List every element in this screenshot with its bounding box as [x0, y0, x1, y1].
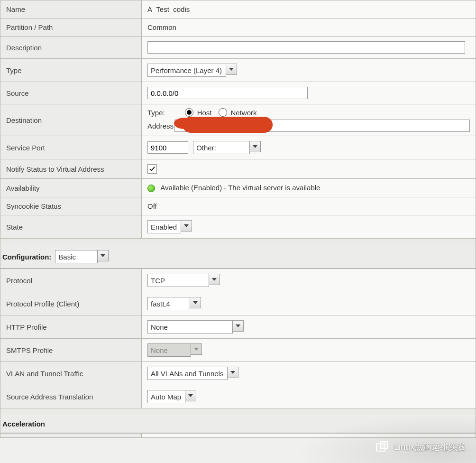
- state-select-value: Enabled: [147, 220, 181, 233]
- state-label: State: [0, 215, 142, 239]
- state-select[interactable]: Enabled: [147, 220, 192, 233]
- vlan-select[interactable]: All VLANs and Tunnels: [147, 367, 238, 380]
- dest-type-network-label: Network: [231, 109, 257, 117]
- table-row: Name A_Test_codis: [0, 0, 476, 19]
- table-row: Service Port Other:: [0, 136, 476, 159]
- service-port-select-value: Other:: [193, 141, 250, 154]
- dest-address-label: Address: [147, 122, 174, 130]
- table-row: HTTP Profile None: [0, 315, 476, 339]
- notify-checkbox[interactable]: [147, 164, 157, 174]
- table-row: Syncookie Status Off: [0, 197, 476, 215]
- syncookie-label: Syncookie Status: [0, 197, 142, 215]
- smtps-profile-label: SMTPS Profile: [0, 339, 142, 362]
- chevron-down-icon[interactable]: [181, 220, 192, 232]
- configuration-table: Protocol TCP Protocol Profile (Client) f…: [0, 269, 476, 408]
- source-label: Source: [0, 82, 142, 104]
- chevron-down-icon[interactable]: [227, 367, 238, 378]
- type-select-value: Performance (Layer 4): [147, 64, 226, 77]
- vlan-label: VLAN and Tunnel Traffic: [0, 362, 142, 385]
- protocol-label: Protocol: [0, 269, 142, 292]
- description-label: Description: [0, 37, 142, 59]
- acceleration-section-header: Acceleration: [0, 415, 476, 433]
- type-label: Type: [0, 59, 142, 82]
- smtps-profile-select-value: None: [147, 343, 191, 357]
- dest-type-label: Type:: [147, 109, 165, 117]
- chevron-down-icon[interactable]: [232, 320, 244, 332]
- table-row: Protocol TCP: [0, 269, 476, 292]
- table-row: VLAN and Tunnel Traffic All VLANs and Tu…: [0, 362, 476, 385]
- snat-label: Source Address Translation: [0, 385, 142, 408]
- configuration-select[interactable]: Basic: [55, 250, 109, 263]
- table-row: Protocol Profile (Client) fastL4: [0, 292, 476, 315]
- type-select[interactable]: Performance (Layer 4): [147, 64, 237, 77]
- table-row: Partition / Path Common: [0, 19, 476, 37]
- chevron-down-icon[interactable]: [185, 390, 196, 401]
- http-profile-label: HTTP Profile: [0, 315, 142, 339]
- chevron-down-icon[interactable]: [97, 250, 109, 261]
- chevron-down-icon[interactable]: [209, 274, 220, 285]
- chevron-down-icon[interactable]: [190, 297, 201, 308]
- section-spacer: [0, 239, 476, 245]
- snat-select[interactable]: Auto Map: [147, 390, 196, 403]
- table-row: Type Performance (Layer 4): [0, 59, 476, 82]
- smtps-profile-select: None: [147, 343, 202, 357]
- service-port-input[interactable]: [147, 141, 188, 154]
- protocol-profile-label: Protocol Profile (Client): [0, 292, 142, 315]
- partition-value: Common: [142, 19, 476, 37]
- dest-type-host-label: Host: [197, 109, 212, 117]
- table-row: Description: [0, 37, 476, 59]
- configuration-section-header: Configuration: Basic: [0, 245, 476, 269]
- protocol-select-value: TCP: [147, 274, 209, 287]
- partial-row-value: [142, 434, 476, 438]
- availability-value: Available (Enabled) - The virtual server…: [160, 184, 320, 192]
- general-properties-table: Name A_Test_codis Partition / Path Commo…: [0, 0, 476, 239]
- dest-type-network-radio[interactable]: [219, 108, 227, 117]
- name-value: A_Test_codis: [142, 0, 476, 19]
- table-row: [0, 434, 476, 438]
- partial-row-label: [0, 434, 142, 438]
- chevron-down-icon: [191, 343, 202, 355]
- acceleration-title: Acceleration: [2, 420, 45, 428]
- service-port-label: Service Port: [0, 136, 142, 159]
- notify-label: Notify Status to Virtual Address: [0, 159, 142, 179]
- protocol-profile-select[interactable]: fastL4: [147, 297, 201, 310]
- table-row: Source: [0, 82, 476, 104]
- syncookie-value: Off: [142, 197, 476, 215]
- configuration-select-value: Basic: [55, 250, 98, 263]
- snat-select-value: Auto Map: [147, 390, 185, 403]
- status-available-icon: [147, 185, 155, 192]
- chevron-down-icon[interactable]: [226, 64, 237, 75]
- table-row: Availability Available (Enabled) - The v…: [0, 179, 476, 197]
- description-input[interactable]: [147, 41, 465, 54]
- http-profile-select[interactable]: None: [147, 320, 244, 333]
- protocol-select[interactable]: TCP: [147, 274, 220, 287]
- table-row: SMTPS Profile None: [0, 339, 476, 362]
- section-spacer: [0, 408, 476, 415]
- chevron-down-icon[interactable]: [249, 141, 261, 152]
- acceleration-table: [0, 433, 476, 438]
- availability-label: Availability: [0, 179, 142, 197]
- service-port-select[interactable]: Other:: [193, 141, 261, 154]
- table-row: State Enabled: [0, 215, 476, 239]
- table-row: Notify Status to Virtual Address: [0, 159, 476, 179]
- name-label: Name: [0, 0, 142, 19]
- dest-type-host-radio[interactable]: [185, 108, 193, 117]
- partition-label: Partition / Path: [0, 19, 142, 37]
- source-input[interactable]: [147, 87, 308, 99]
- table-row: Destination Type: Host Network Address: [0, 104, 476, 136]
- table-row: Source Address Translation Auto Map: [0, 385, 476, 408]
- protocol-profile-select-value: fastL4: [147, 297, 190, 310]
- http-profile-select-value: None: [147, 320, 233, 333]
- redacted-overlay: [183, 117, 273, 133]
- destination-label: Destination: [0, 104, 142, 136]
- configuration-title: Configuration:: [2, 253, 51, 261]
- vlan-select-value: All VLANs and Tunnels: [147, 367, 228, 380]
